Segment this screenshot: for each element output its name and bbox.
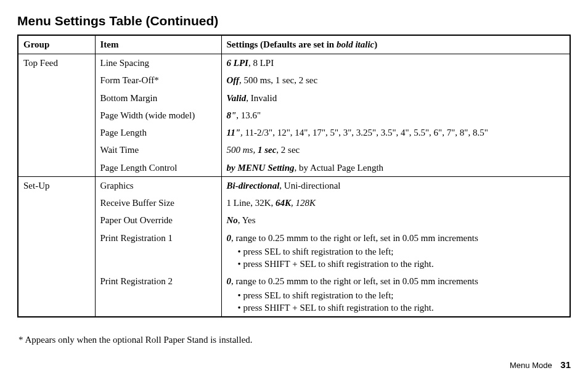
cell-settings: 6 LPI, 8 LPI bbox=[221, 54, 570, 72]
cell-settings: by MENU Setting, by Actual Page Length bbox=[221, 159, 570, 177]
cell-group bbox=[18, 272, 95, 317]
col-header-settings-suffix: ) bbox=[374, 39, 377, 49]
cell-settings: No, Yes bbox=[221, 211, 570, 229]
table-row: Print Registration 20, range to 0.25 mmm… bbox=[18, 272, 570, 317]
settings-bullet: press SEL to shift registration to the l… bbox=[238, 245, 565, 258]
table-row: Paper Out OverrideNo, Yes bbox=[18, 211, 570, 229]
table-row: Page Length Controlby MENU Setting, by A… bbox=[18, 159, 570, 177]
cell-item: Print Registration 2 bbox=[95, 272, 221, 317]
settings-bullets: press SEL to shift registration to the l… bbox=[227, 245, 565, 271]
cell-item: Print Registration 1 bbox=[95, 229, 221, 273]
cell-group bbox=[18, 124, 95, 141]
settings-bullet: press SEL to shift registration to the l… bbox=[238, 289, 565, 301]
settings-bullet: press SHIFT + SEL to shift registration … bbox=[238, 301, 565, 314]
page-footer: Menu Mode 31 bbox=[510, 359, 571, 370]
cell-item: Wait Time bbox=[95, 141, 221, 158]
cell-settings: Valid, Invalid bbox=[221, 89, 570, 107]
cell-settings: Off, 500 ms, 1 sec, 2 sec bbox=[221, 72, 570, 89]
footnote: * Appears only when the optional Roll Pa… bbox=[18, 335, 571, 345]
table-row: Form Tear-Off*Off, 500 ms, 1 sec, 2 sec bbox=[18, 72, 570, 89]
cell-item: Page Width (wide model) bbox=[95, 107, 221, 124]
cell-group bbox=[18, 141, 95, 158]
settings-bullet: press SHIFT + SEL to shift registration … bbox=[238, 258, 565, 270]
cell-group: Set-Up bbox=[18, 176, 95, 194]
footer-page-number: 31 bbox=[560, 359, 571, 370]
cell-item: Bottom Margin bbox=[95, 89, 221, 107]
table-row: Receive Buffer Size1 Line, 32K, 64K, 128… bbox=[18, 194, 570, 211]
cell-group: Top Feed bbox=[18, 54, 95, 72]
cell-group bbox=[18, 229, 95, 273]
cell-group bbox=[18, 194, 95, 211]
cell-item: Graphics bbox=[95, 176, 221, 194]
cell-settings: 0, range to 0.25 mmm to the right or lef… bbox=[221, 229, 570, 273]
table-row: Page Length11", 11-2/3", 12", 14", 17", … bbox=[18, 124, 570, 141]
cell-group bbox=[18, 107, 95, 124]
cell-item: Page Length Control bbox=[95, 159, 221, 177]
cell-settings: Bi-directional, Uni-directional bbox=[221, 176, 570, 194]
page-title: Menu Settings Table (Continued) bbox=[17, 14, 571, 28]
table-row: Wait Time500 ms, 1 sec, 2 sec bbox=[18, 141, 570, 158]
cell-group bbox=[18, 89, 95, 107]
cell-group bbox=[18, 211, 95, 229]
settings-table: Group Item Settings (Defaults are set in… bbox=[17, 35, 571, 318]
cell-item: Form Tear-Off* bbox=[95, 72, 221, 89]
cell-group bbox=[18, 159, 95, 177]
table-row: Bottom MarginValid, Invalid bbox=[18, 89, 570, 107]
cell-settings: 500 ms, 1 sec, 2 sec bbox=[221, 141, 570, 158]
cell-item: Receive Buffer Size bbox=[95, 194, 221, 211]
table-row: Top FeedLine Spacing6 LPI, 8 LPI bbox=[18, 54, 570, 72]
cell-settings: 1 Line, 32K, 64K, 128K bbox=[221, 194, 570, 211]
col-header-settings-prefix: Settings (Defaults are set in bbox=[227, 39, 337, 49]
table-row: Print Registration 10, range to 0.25 mmm… bbox=[18, 229, 570, 273]
col-header-settings: Settings (Defaults are set in bold itali… bbox=[221, 35, 570, 54]
cell-settings: 11", 11-2/3", 12", 14", 17", 5", 3", 3.2… bbox=[221, 124, 570, 141]
cell-item: Page Length bbox=[95, 124, 221, 141]
col-header-settings-emph: bold italic bbox=[337, 39, 374, 49]
footer-section: Menu Mode bbox=[510, 361, 552, 370]
table-row: Set-UpGraphicsBi-directional, Uni-direct… bbox=[18, 176, 570, 194]
col-header-group: Group bbox=[18, 35, 95, 54]
cell-item: Paper Out Override bbox=[95, 211, 221, 229]
cell-group bbox=[18, 72, 95, 89]
table-row: Page Width (wide model)8", 13.6" bbox=[18, 107, 570, 124]
col-header-item: Item bbox=[95, 35, 221, 54]
cell-settings: 0, range to 0.25 mmm to the right or lef… bbox=[221, 272, 570, 317]
cell-item: Line Spacing bbox=[95, 54, 221, 72]
cell-settings: 8", 13.6" bbox=[221, 107, 570, 124]
settings-bullets: press SEL to shift registration to the l… bbox=[227, 289, 565, 314]
